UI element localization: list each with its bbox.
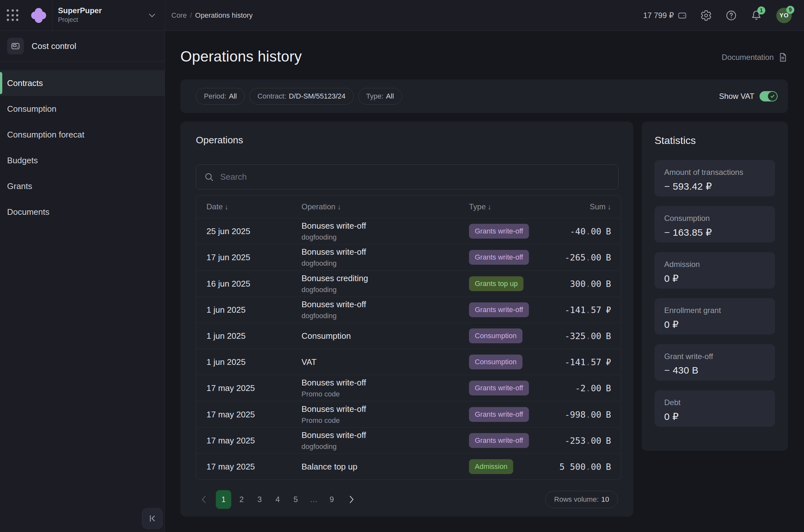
- rows-volume-select[interactable]: Rows volume: 10: [545, 491, 618, 508]
- operation-subtitle: dogfooding: [301, 233, 366, 242]
- row-date: 1 jun 2025: [206, 357, 245, 367]
- sidebar-collapse-button[interactable]: [142, 508, 163, 529]
- filter-pill-contract[interactable]: Contract:D/D-SM/55123/24: [249, 88, 353, 104]
- operations-table: Date↓Operation↓Type↓Sum↓ 25 jun 2025Bonu…: [196, 195, 621, 480]
- sum-value: -253: [565, 435, 585, 445]
- table-row[interactable]: 1 jun 2025Bonuses write-offdogfoodingGra…: [196, 297, 621, 323]
- pagination-page-4[interactable]: 4: [270, 490, 285, 509]
- sum-fraction: 57: [591, 305, 601, 315]
- chevron-down-icon[interactable]: [149, 14, 155, 17]
- stat-label: Grant write-off: [664, 352, 765, 361]
- sidebar-item-grants[interactable]: Grants: [0, 173, 165, 199]
- pagination-prev-icon[interactable]: [196, 490, 211, 509]
- pagination-next-icon[interactable]: [344, 490, 359, 509]
- sum-value: -2: [575, 383, 585, 393]
- table-body: 25 jun 2025Bonuses write-offdogfoodingGr…: [196, 218, 621, 479]
- sidebar-item-budgets[interactable]: Budgets: [0, 148, 165, 173]
- balance-button[interactable]: 17 799 ₽: [643, 11, 687, 20]
- sum-fraction: 00: [591, 226, 601, 236]
- row-type: Consumption: [469, 355, 522, 369]
- table-row[interactable]: 17 jun 2025Bonuses write-offdogfoodingGr…: [196, 244, 621, 270]
- topbar-divider: [165, 0, 165, 31]
- row-type: Grants top up: [469, 276, 523, 291]
- wallet-icon: [678, 11, 687, 20]
- column-header-type[interactable]: Type↓: [469, 202, 491, 211]
- column-label: Sum: [590, 202, 605, 211]
- row-sum: 5 500.00B: [560, 461, 611, 472]
- sum-fraction: 00: [591, 435, 601, 445]
- sum-value: -325: [565, 331, 585, 341]
- breadcrumb-current: Operations history: [195, 11, 253, 20]
- row-operation: Bonuses write-offdogfooding: [301, 247, 366, 268]
- type-badge: Admission: [469, 459, 513, 474]
- row-operation: Balance top up: [301, 461, 357, 472]
- breadcrumb-separator: /: [190, 11, 192, 20]
- show-vat-toggle[interactable]: [760, 91, 778, 101]
- sum-currency: B: [606, 461, 611, 472]
- filter-bar: Period:AllContract:D/D-SM/55123/24Type:A…: [181, 79, 788, 113]
- help-icon[interactable]: [725, 10, 737, 21]
- column-header-operation[interactable]: Operation↓: [301, 202, 341, 211]
- filter-pill-period[interactable]: Period:All: [196, 88, 245, 104]
- pagination-page-3[interactable]: 3: [252, 490, 267, 509]
- type-badge: Consumption: [469, 328, 522, 343]
- table-row[interactable]: 17 may 2025Bonuses write-offdogfoodingGr…: [196, 428, 621, 453]
- search-input[interactable]: [220, 172, 611, 182]
- row-type: Consumption: [469, 328, 522, 343]
- apps-grid-icon[interactable]: [7, 10, 19, 22]
- search-icon: [204, 172, 214, 183]
- row-date: 16 jun 2025: [206, 279, 250, 288]
- row-date: 25 jun 2025: [206, 226, 250, 236]
- pagination-page-5[interactable]: 5: [288, 490, 303, 509]
- documentation-link[interactable]: Documentation: [722, 52, 788, 62]
- statistics-heading: Statistics: [655, 135, 696, 147]
- sum-currency: B: [606, 331, 611, 341]
- column-header-sum[interactable]: Sum↓: [590, 202, 611, 211]
- notifications-bell-icon[interactable]: 1: [750, 10, 762, 21]
- operation-subtitle: dogfooding: [301, 442, 366, 451]
- table-row[interactable]: 17 may 2025Bonuses write-offPromo codeGr…: [196, 401, 621, 427]
- sum-currency: B: [606, 279, 611, 288]
- pagination-page-9[interactable]: 9: [324, 490, 339, 509]
- pagination-pages: 12345…9: [196, 490, 359, 509]
- table-row[interactable]: 17 may 2025Balance top upAdmission5 500.…: [196, 453, 621, 479]
- row-date: 1 jun 2025: [206, 305, 245, 315]
- project-selector[interactable]: SuperPuper Project: [58, 6, 102, 24]
- sidebar-item-label: Contracts: [7, 78, 43, 88]
- stat-value: − 163.85 ₽: [664, 227, 765, 238]
- table-row[interactable]: 1 jun 2025VATConsumption-141.57₽: [196, 349, 621, 375]
- sidebar-item-contracts[interactable]: Contracts: [0, 70, 165, 96]
- operations-panel: Operations Date↓Operation↓Type↓Sum↓ 25 j…: [181, 122, 633, 516]
- rows-volume-label: Rows volume:: [554, 495, 598, 504]
- filter-pill-type[interactable]: Type:All: [358, 88, 402, 104]
- sum-value: -141: [565, 305, 585, 315]
- sidebar-divider: [0, 61, 165, 61]
- pagination-page-2[interactable]: 2: [234, 490, 249, 509]
- stat-label: Amount of transactions: [664, 168, 765, 177]
- operation-subtitle: dogfooding: [301, 286, 368, 294]
- user-avatar[interactable]: YO 9: [776, 8, 792, 23]
- type-badge: Grants write-off: [469, 407, 529, 422]
- column-label: Date: [206, 202, 223, 211]
- row-operation: Bonuses write-offdogfooding: [301, 221, 366, 242]
- table-row[interactable]: 1 jun 2025ConsumptionConsumption-325.00B: [196, 323, 621, 349]
- filter-pill-label: Contract:: [257, 92, 286, 100]
- sidebar-item-consumption[interactable]: Consumption: [0, 96, 165, 122]
- column-header-date[interactable]: Date↓: [206, 202, 228, 211]
- sum-fraction: 00: [591, 409, 601, 419]
- table-row[interactable]: 16 jun 2025Bonuses creditingdogfoodingGr…: [196, 270, 621, 296]
- pagination-page-1[interactable]: 1: [216, 490, 231, 509]
- row-type: Grants write-off: [469, 433, 529, 448]
- column-label: Operation: [301, 202, 335, 211]
- table-row[interactable]: 25 jun 2025Bonuses write-offdogfoodingGr…: [196, 218, 621, 244]
- sum-currency: ₽: [606, 357, 611, 367]
- breadcrumb-root[interactable]: Core: [171, 11, 187, 20]
- table-row[interactable]: 17 may 2025Bonuses write-offPromo codeGr…: [196, 375, 621, 401]
- sum-decimal-dot: .: [585, 331, 591, 341]
- operation-title: Bonuses write-off: [301, 221, 366, 231]
- stat-card-debt: Debt0 ₽: [655, 390, 775, 427]
- sidebar-item-documents[interactable]: Documents: [0, 199, 165, 225]
- settings-gear-icon[interactable]: [700, 10, 712, 21]
- sidebar-item-consumption-forecat[interactable]: Consumption forecat: [0, 122, 165, 148]
- rows-volume-value: 10: [601, 495, 609, 504]
